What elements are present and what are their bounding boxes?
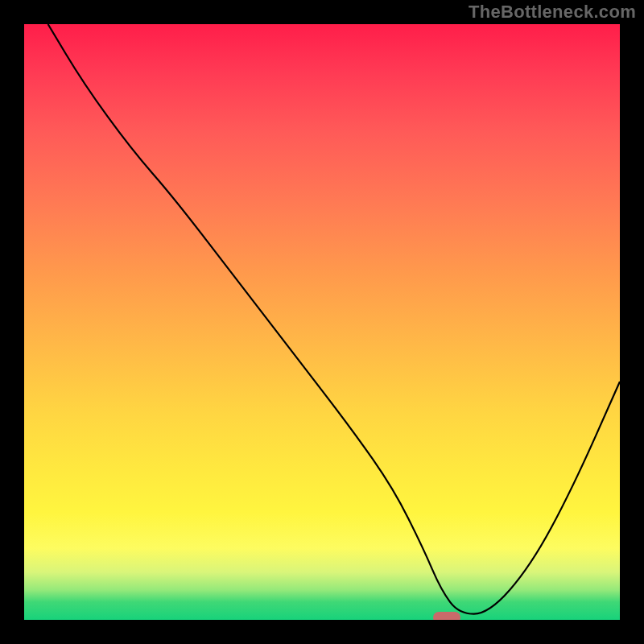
curve-svg xyxy=(24,24,620,620)
bottleneck-curve-path xyxy=(48,24,620,614)
optimal-marker xyxy=(433,612,460,620)
watermark-text: TheBottleneck.com xyxy=(469,2,636,23)
plot-area xyxy=(24,24,620,620)
chart-container: TheBottleneck.com xyxy=(0,0,644,644)
